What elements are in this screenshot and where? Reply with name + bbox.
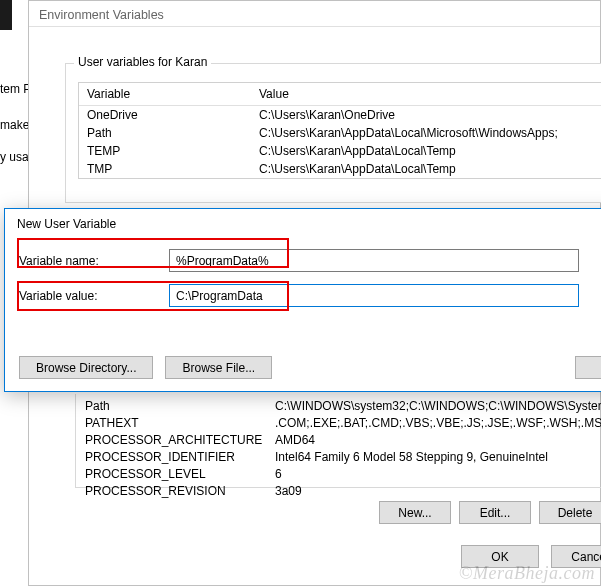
variable-value-label: Variable value:	[19, 289, 169, 303]
table-row[interactable]: TMPC:\Users\Karan\AppData\Local\Temp	[79, 160, 601, 178]
table-row[interactable]: PATHEXT.COM;.EXE;.BAT;.CMD;.VBS;.VBE;.JS…	[77, 414, 601, 431]
table-row[interactable]: PROCESSOR_IDENTIFIERIntel64 Family 6 Mod…	[77, 448, 601, 465]
variable-name-input[interactable]	[169, 249, 579, 272]
user-variables-group: User variables for Karan Variable Value …	[65, 63, 601, 203]
table-row[interactable]: PROCESSOR_LEVEL6	[77, 465, 601, 482]
edit-button[interactable]: Edit...	[459, 501, 531, 524]
table-row[interactable]: PROCESSOR_ARCHITECTUREAMD64	[77, 431, 601, 448]
variable-value-input[interactable]	[169, 284, 579, 307]
crop-text-make: make	[0, 118, 29, 132]
new-user-variable-dialog: New User Variable Variable name: Variabl…	[4, 208, 601, 392]
col-value[interactable]: Value	[251, 83, 601, 105]
col-variable[interactable]: Variable	[79, 83, 251, 105]
user-variables-table[interactable]: Variable Value OneDriveC:\Users\Karan\On…	[78, 82, 601, 179]
browse-directory-button[interactable]: Browse Directory...	[19, 356, 153, 379]
new-button[interactable]: New...	[379, 501, 451, 524]
table-row[interactable]: PathC:\Users\Karan\AppData\Local\Microso…	[79, 124, 601, 142]
table-row[interactable]: PROCESSOR_REVISION3a09	[77, 482, 601, 499]
system-buttons-row: New... Edit... Delete	[379, 501, 601, 524]
system-variables-table[interactable]: PathC:\WINDOWS\system32;C:\WINDOWS;C:\WI…	[77, 397, 601, 499]
table-row[interactable]: TEMPC:\Users\Karan\AppData\Local\Temp	[79, 142, 601, 160]
dialog-left-buttons: Browse Directory... Browse File...	[19, 356, 272, 379]
dialog-right-buttons: OK Cancel	[575, 356, 601, 379]
delete-button[interactable]: Delete	[539, 501, 601, 524]
dialog-title: New User Variable	[5, 209, 601, 237]
variable-name-label: Variable name:	[19, 254, 169, 268]
crop-text-tem: tem P	[0, 82, 31, 96]
window-title: Environment Variables	[29, 1, 600, 27]
table-row[interactable]: OneDriveC:\Users\Karan\OneDrive	[79, 106, 601, 124]
dark-block	[0, 0, 12, 30]
variable-value-row: Variable value:	[19, 284, 601, 307]
variable-name-row: Variable name:	[19, 249, 601, 272]
watermark: ©MeraBheja.com	[459, 563, 595, 584]
table-header: Variable Value	[79, 83, 601, 106]
user-group-label: User variables for Karan	[74, 55, 211, 69]
table-row[interactable]: PathC:\WINDOWS\system32;C:\WINDOWS;C:\WI…	[77, 397, 601, 414]
browse-file-button[interactable]: Browse File...	[165, 356, 272, 379]
dialog-ok-button[interactable]: OK	[575, 356, 601, 379]
